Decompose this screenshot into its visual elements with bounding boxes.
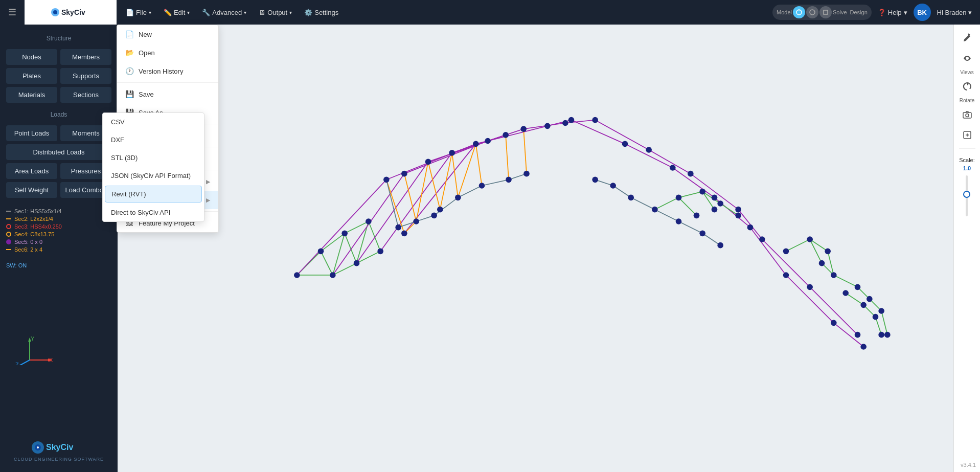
- svg-point-120: [506, 177, 512, 183]
- edit-menu-btn[interactable]: ✏️ Edit ▾: [158, 6, 195, 19]
- export-json-item[interactable]: JSON (SkyCiv API Format): [103, 167, 204, 185]
- svg-point-151: [807, 284, 813, 290]
- file-open-item[interactable]: 📂 Open: [117, 43, 218, 62]
- point-loads-button[interactable]: Point Loads: [6, 125, 57, 141]
- svg-text:Z: Z: [15, 362, 19, 365]
- design-mode-dot[interactable]: [819, 6, 832, 18]
- legend-sec5: Sec5: 0 x 0: [6, 239, 111, 245]
- sections-button[interactable]: Sections: [60, 87, 111, 103]
- svg-point-150: [807, 236, 813, 242]
- area-loads-button[interactable]: Area Loads: [6, 163, 57, 179]
- svg-point-103: [354, 260, 360, 266]
- svg-line-80: [702, 233, 720, 245]
- structure-section-title: Structure: [6, 35, 111, 42]
- export-csv-item[interactable]: CSV: [103, 113, 204, 131]
- new-label: New: [139, 31, 152, 38]
- edit-tool-btn[interactable]: [957, 29, 977, 47]
- svg-point-140: [712, 195, 718, 201]
- version-history-label: Version History: [139, 68, 183, 75]
- advanced-menu-label: Advanced: [212, 9, 242, 16]
- camera-tool-btn[interactable]: [957, 105, 977, 124]
- svg-line-73: [482, 179, 509, 186]
- help-chevron: ▾: [904, 9, 907, 16]
- settings-menu-btn[interactable]: ⚙️ Settings: [299, 6, 344, 19]
- svg-point-155: [831, 320, 837, 326]
- help-button[interactable]: ❓ Help ▾: [878, 9, 907, 16]
- svg-point-106: [383, 177, 390, 183]
- svg-text:X: X: [49, 357, 53, 363]
- svg-point-122: [523, 171, 530, 177]
- svg-line-77: [631, 197, 655, 209]
- sw-label: SW: ON: [6, 262, 111, 268]
- scale-value: 1.0: [963, 165, 971, 171]
- scale-slider-track[interactable]: [966, 175, 968, 216]
- svg-line-61: [476, 144, 482, 186]
- file-new-item[interactable]: 📄 New: [117, 25, 218, 43]
- svg-line-76: [613, 186, 631, 197]
- model-mode-dot[interactable]: [793, 6, 805, 18]
- advanced-icon: 🔧: [202, 9, 210, 16]
- structure-visualization: .member-green { stroke: #4caf50; stroke-…: [118, 25, 953, 472]
- svg-point-109: [401, 231, 407, 237]
- svg-line-55: [810, 287, 857, 334]
- svg-point-116: [473, 141, 479, 147]
- edit-menu-label: Edit: [174, 9, 185, 16]
- distributed-loads-button[interactable]: Distributed Loads: [6, 144, 111, 160]
- svg-point-134: [676, 195, 682, 201]
- file-menu-btn[interactable]: 📄 File ▾: [121, 6, 156, 19]
- svg-point-118: [485, 138, 491, 144]
- viewport[interactable]: .member-green { stroke: #4caf50; stroke-…: [118, 25, 953, 472]
- svg-line-13: [18, 360, 30, 365]
- svg-point-124: [562, 120, 568, 126]
- user-avatar[interactable]: BK: [914, 4, 931, 21]
- svg-line-92: [834, 275, 858, 287]
- export-dxf-item[interactable]: DXF: [103, 131, 204, 149]
- eye-tool-btn[interactable]: [957, 49, 977, 68]
- svg-point-99: [294, 272, 300, 278]
- edit-chevron: ▾: [187, 10, 190, 15]
- svg-point-1: [53, 10, 57, 14]
- self-weight-button[interactable]: Self Weight: [6, 182, 57, 198]
- solve-mode-dot[interactable]: [806, 6, 818, 18]
- loads-buttons-grid: Point Loads Moments Distributed Loads Ar…: [6, 125, 111, 198]
- legend-sec2-label: Sec2: L2x2x1/4: [14, 216, 53, 222]
- legend-sec5-label: Sec5: 0 x 0: [14, 239, 42, 245]
- svg-line-26: [345, 233, 356, 263]
- legend-sec1-label: Sec1: HSS5x5x1/4: [14, 208, 61, 214]
- extra-tool-btn[interactable]: [957, 126, 977, 144]
- svg-point-102: [341, 231, 348, 237]
- svg-point-156: [842, 290, 849, 296]
- svg-point-104: [366, 218, 372, 224]
- output-chevron: ▾: [289, 10, 292, 15]
- scale-slider-thumb[interactable]: [963, 191, 970, 198]
- supports-button[interactable]: Supports: [60, 68, 111, 84]
- left-sidebar: Structure Nodes Members Plates Supports …: [0, 25, 118, 472]
- svg-point-165: [884, 332, 891, 338]
- svg-line-21: [321, 233, 345, 251]
- nodes-button[interactable]: Nodes: [6, 49, 57, 65]
- rotate-tool-btn[interactable]: [957, 77, 977, 96]
- svg-line-83: [702, 192, 720, 204]
- hamburger-menu[interactable]: ☰: [0, 0, 25, 25]
- rt-divider: [959, 148, 975, 149]
- export-revit-item[interactable]: Revit (RVT): [105, 186, 202, 203]
- structure-buttons-grid: Nodes Members Plates Supports Materials …: [6, 49, 111, 103]
- members-button[interactable]: Members: [60, 49, 111, 65]
- svg-point-142: [717, 200, 723, 207]
- export-stl-item[interactable]: STL (3D): [103, 149, 204, 167]
- file-divider-1: [117, 82, 218, 83]
- file-version-history-item[interactable]: 🕐 Version History: [117, 62, 218, 80]
- export-skyciv-api-item[interactable]: Direct to SkyCiv API: [103, 204, 204, 221]
- file-save-item[interactable]: 💾 Save: [117, 85, 218, 103]
- advanced-chevron: ▾: [244, 10, 246, 15]
- svg-line-98: [881, 311, 887, 335]
- advanced-menu-btn[interactable]: 🔧 Advanced ▾: [197, 6, 252, 19]
- output-menu-btn[interactable]: 🖥 Output ▾: [254, 6, 297, 19]
- user-greeting[interactable]: Hi Braden ▾: [937, 9, 972, 16]
- legend-sec4: Sec4: C8x13.75: [6, 231, 111, 237]
- materials-button[interactable]: Materials: [6, 87, 57, 103]
- plates-button[interactable]: Plates: [6, 68, 57, 84]
- output-menu-label: Output: [267, 9, 287, 16]
- svg-point-132: [652, 207, 658, 213]
- svg-point-131: [646, 147, 652, 153]
